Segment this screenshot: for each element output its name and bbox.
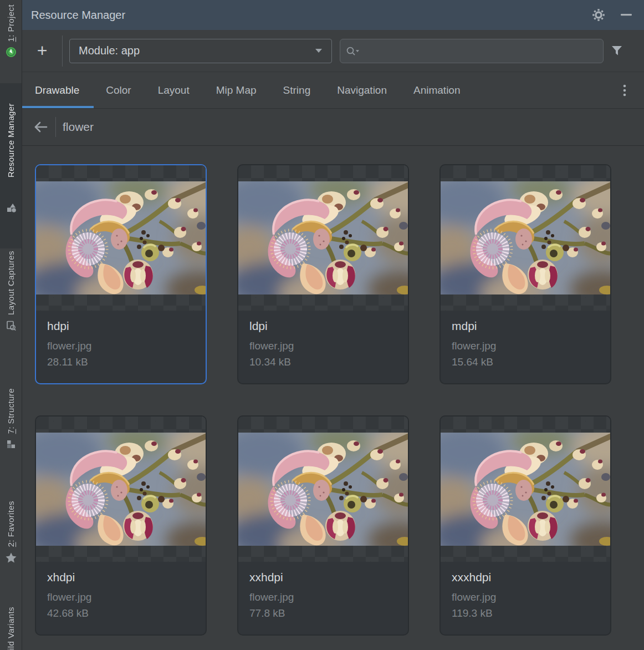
drawable-preview (36, 165, 206, 311)
filename-label: flower.jpg (452, 338, 599, 354)
density-label: mdpi (452, 319, 599, 333)
resource-manager-main: Resource Manager + Module: app (22, 0, 644, 650)
flower-image (238, 181, 408, 294)
filesize-label: 28.11 kB (47, 354, 195, 370)
back-arrow-icon[interactable] (31, 119, 50, 135)
layout-captures-icon (6, 320, 17, 331)
filename-label: flower.jpg (47, 589, 195, 605)
structure-icon (6, 439, 17, 450)
filesize-label: 42.68 kB (47, 605, 195, 621)
sidebar-item-label: 1: Project (6, 4, 16, 42)
density-label: xxhdpi (249, 571, 397, 584)
tab-layout[interactable]: Layout (158, 72, 190, 108)
minimize-icon[interactable] (619, 7, 634, 23)
filesize-label: 15.64 kB (452, 354, 599, 370)
tab-mip-map[interactable]: Mip Map (216, 72, 257, 108)
tab-string[interactable]: String (283, 72, 311, 108)
breadcrumb: flower (22, 109, 644, 146)
sidebar-item-label: Layout Captures (6, 251, 16, 315)
resource-manager-panel: 1: Project Resource Manager Layout Captu… (0, 0, 644, 650)
filename-label: flower.jpg (47, 338, 195, 354)
add-resource-button[interactable]: + (30, 39, 54, 63)
drawable-preview (36, 417, 206, 562)
toolbar-separator (62, 35, 63, 67)
resource-card-xxxhdpi[interactable]: xxxhdpi flower.jpg 119.3 kB (439, 415, 611, 636)
card-meta: xxhdpi flower.jpg 77.8 kB (238, 562, 408, 634)
drawable-grid: hdpi flower.jpg 28.11 kB ldpi flower.jpg… (22, 146, 644, 650)
filename-label: flower.jpg (249, 338, 397, 354)
drawable-preview (441, 165, 610, 311)
card-meta: xhdpi flower.jpg 42.68 kB (36, 562, 206, 634)
filter-icon[interactable] (609, 43, 625, 59)
drawable-preview (238, 417, 408, 562)
filesize-label: 77.8 kB (249, 605, 397, 621)
sidebar-item-label: 7: Structure (6, 388, 16, 434)
filename-label: flower.jpg (452, 589, 599, 605)
tool-window-stripe: 1: Project Resource Manager Layout Captu… (0, 0, 22, 650)
panel-title: Resource Manager (31, 9, 591, 22)
density-label: xxxhdpi (452, 571, 599, 584)
gear-icon[interactable] (591, 7, 606, 23)
resource-card-xhdpi[interactable]: xhdpi flower.jpg 42.68 kB (35, 415, 207, 636)
sidebar-item-label: Build Variants (6, 607, 16, 650)
search-field[interactable] (340, 39, 604, 63)
card-meta: mdpi flower.jpg 15.64 kB (441, 311, 610, 383)
resource-type-tabs: Drawable Color Layout Mip Map String Nav… (22, 72, 644, 109)
chevron-down-icon (315, 48, 323, 53)
sidebar-item-label: 2: Favorites (6, 501, 16, 547)
search-input[interactable] (364, 45, 597, 57)
flower-image (441, 433, 610, 546)
toolbar: + Module: app (22, 30, 644, 72)
module-selector-value: Module: app (79, 44, 140, 57)
sidebar-item-resource-manager[interactable]: Resource Manager (0, 83, 22, 248)
resource-shapes-icon (6, 202, 17, 213)
sidebar-item-project[interactable]: 1: Project (0, 4, 22, 58)
breadcrumb-divider (55, 117, 56, 137)
sidebar-item-structure[interactable]: 7: Structure (0, 388, 22, 450)
sidebar-item-label: Resource Manager (6, 103, 16, 177)
tab-color[interactable]: Color (106, 72, 131, 108)
tool-window-header: Resource Manager (22, 0, 644, 30)
drawable-preview (238, 165, 408, 311)
resource-card-xxhdpi[interactable]: xxhdpi flower.jpg 77.8 kB (237, 415, 409, 636)
sidebar-item-layout-captures[interactable]: Layout Captures (0, 251, 22, 331)
card-meta: ldpi flower.jpg 10.34 kB (238, 311, 408, 383)
filename-label: flower.jpg (249, 589, 397, 605)
more-vertical-icon[interactable] (617, 82, 632, 99)
resource-card-mdpi[interactable]: mdpi flower.jpg 15.64 kB (439, 164, 611, 384)
star-icon (6, 552, 17, 563)
density-label: ldpi (249, 319, 397, 333)
flower-image (441, 181, 610, 294)
card-meta: hdpi flower.jpg 28.11 kB (36, 311, 206, 383)
tab-drawable[interactable]: Drawable (35, 72, 79, 108)
card-meta: xxxhdpi flower.jpg 119.3 kB (441, 562, 610, 634)
tab-animation[interactable]: Animation (413, 72, 461, 108)
sidebar-item-favorites[interactable]: 2: Favorites (0, 501, 22, 563)
density-label: xhdpi (47, 571, 195, 584)
android-studio-icon (6, 47, 17, 58)
search-icon (346, 46, 360, 56)
flower-image (36, 433, 206, 546)
module-selector[interactable]: Module: app (69, 39, 332, 63)
tab-navigation[interactable]: Navigation (337, 72, 387, 108)
sidebar-item-build-variants[interactable]: Build Variants (0, 607, 22, 650)
filesize-label: 10.34 kB (249, 354, 397, 370)
breadcrumb-current: flower (63, 120, 94, 134)
flower-image (238, 433, 408, 546)
filesize-label: 119.3 kB (452, 605, 599, 621)
drawable-preview (441, 417, 610, 562)
resource-card-ldpi[interactable]: ldpi flower.jpg 10.34 kB (237, 164, 409, 384)
density-label: hdpi (47, 319, 195, 333)
resource-card-hdpi[interactable]: hdpi flower.jpg 28.11 kB (35, 164, 207, 384)
flower-image (36, 181, 206, 294)
